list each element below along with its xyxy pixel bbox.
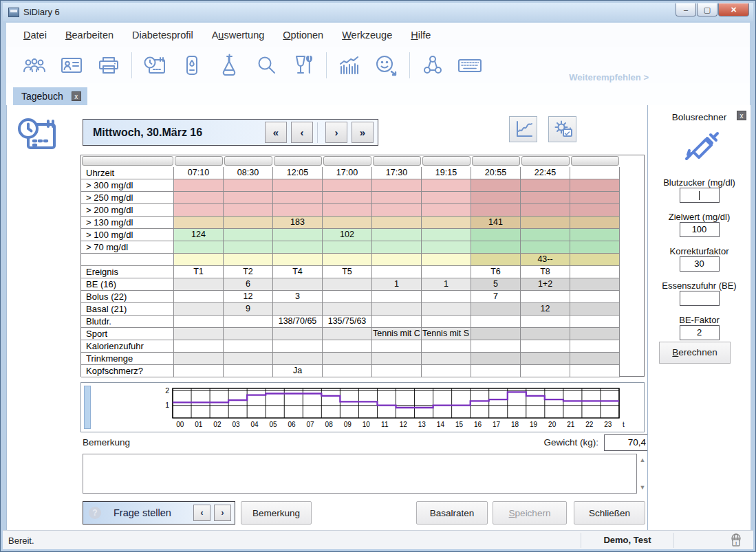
patient-data-icon[interactable] <box>53 52 90 79</box>
table-cell[interactable] <box>570 353 620 365</box>
menu-item-datei[interactable]: Datei <box>23 30 47 41</box>
table-cell[interactable]: 12 <box>224 291 273 303</box>
menu-item-diabetesprofil[interactable]: Diabetesprofil <box>132 30 193 41</box>
table-cell[interactable] <box>174 217 224 229</box>
ask-next-button[interactable]: › <box>214 505 231 521</box>
table-cell[interactable] <box>570 316 620 328</box>
table-cell[interactable] <box>224 353 273 365</box>
table-cell[interactable] <box>570 204 620 217</box>
table-cell[interactable] <box>372 229 422 241</box>
speichern-button[interactable]: Speichern <box>493 501 567 525</box>
table-cell[interactable] <box>471 192 521 204</box>
table-cell[interactable] <box>521 328 570 340</box>
weight-input[interactable]: 70,4 <box>604 434 650 451</box>
search-icon[interactable] <box>248 52 285 79</box>
menu-item-hilfe[interactable]: Hilfe <box>411 30 431 41</box>
scroll-up-icon[interactable]: ▲ <box>638 456 647 464</box>
table-cell[interactable] <box>570 254 620 266</box>
table-cell[interactable] <box>570 340 620 353</box>
table-cell[interactable] <box>323 278 372 291</box>
bolus-field-input[interactable] <box>680 188 720 203</box>
bolus-field-input[interactable] <box>680 291 720 306</box>
share-icon[interactable] <box>414 52 451 79</box>
table-cell[interactable] <box>224 179 273 192</box>
table-cell[interactable] <box>224 340 273 353</box>
table-cell[interactable] <box>471 204 521 217</box>
ask-prev-button[interactable]: ‹ <box>193 505 210 521</box>
table-cell[interactable] <box>273 340 323 353</box>
wellbeing-icon[interactable] <box>368 52 405 79</box>
table-cell[interactable]: 6 <box>224 278 273 291</box>
table-cell[interactable] <box>521 229 570 241</box>
table-cell[interactable] <box>224 316 273 328</box>
bolus-field-input[interactable]: 2 <box>680 325 720 340</box>
table-cell[interactable] <box>471 353 521 365</box>
table-cell[interactable]: 141 <box>471 217 521 229</box>
tab-close-icon[interactable]: x <box>72 91 81 101</box>
menu-item-werkzeuge[interactable]: Werkzeuge <box>342 30 392 41</box>
maximize-button[interactable]: ▢ <box>697 3 717 16</box>
nav-next-button[interactable]: › <box>325 122 347 143</box>
table-cell[interactable] <box>273 241 323 254</box>
table-cell[interactable] <box>372 316 422 328</box>
table-cell[interactable]: 20:55 <box>471 167 521 179</box>
table-cell[interactable]: 7 <box>471 291 521 303</box>
table-cell[interactable] <box>174 353 224 365</box>
table-cell[interactable] <box>174 291 224 303</box>
table-cell[interactable] <box>372 353 422 365</box>
keyboard-icon[interactable] <box>451 52 488 79</box>
table-cell[interactable]: T8 <box>521 266 570 278</box>
table-cell[interactable] <box>323 217 372 229</box>
table-cell[interactable] <box>323 353 372 365</box>
column-header-button[interactable] <box>373 156 421 166</box>
nav-first-button[interactable]: « <box>265 122 287 143</box>
table-cell[interactable] <box>224 204 273 217</box>
table-cell[interactable]: Ja <box>273 365 323 377</box>
berechnen-button[interactable]: Berechnen <box>659 342 731 364</box>
column-header-button[interactable] <box>521 156 570 166</box>
lab-icon[interactable] <box>210 52 248 79</box>
table-cell[interactable] <box>372 254 422 266</box>
table-cell[interactable]: T1 <box>174 266 224 278</box>
basalraten-button[interactable]: Basalraten <box>416 501 488 525</box>
table-cell[interactable] <box>273 204 323 217</box>
trend-chart-button[interactable] <box>509 116 537 142</box>
table-cell[interactable] <box>174 340 224 353</box>
table-cell[interactable] <box>471 303 521 316</box>
table-cell[interactable] <box>372 204 422 217</box>
table-cell[interactable] <box>521 353 570 365</box>
nav-last-button[interactable]: » <box>352 122 374 143</box>
title-bar[interactable]: SiDiary 6 – ▢ ✕ <box>3 3 753 21</box>
note-textarea[interactable] <box>83 454 637 494</box>
device-icon[interactable] <box>173 52 210 79</box>
table-cell[interactable] <box>372 303 422 316</box>
table-cell[interactable] <box>323 365 372 377</box>
column-header-button[interactable] <box>82 156 173 166</box>
table-cell[interactable]: 22:45 <box>521 167 570 179</box>
table-cell[interactable] <box>570 278 620 291</box>
column-header-button[interactable] <box>323 156 371 166</box>
table-cell[interactable] <box>372 179 422 192</box>
menu-item-optionen[interactable]: Optionen <box>283 30 323 41</box>
table-cell[interactable] <box>174 204 224 217</box>
menu-item-auswertung[interactable]: Auswertung <box>212 30 265 41</box>
table-cell[interactable] <box>422 266 471 278</box>
table-cell[interactable] <box>570 266 620 278</box>
ask-question-widget[interactable]: ? Frage stellen ‹ › <box>83 501 235 525</box>
table-cell[interactable] <box>570 291 620 303</box>
table-cell[interactable] <box>273 179 323 192</box>
tab-tagebuch[interactable]: Tagebuch x <box>13 87 87 105</box>
table-cell[interactable]: 5 <box>471 278 521 291</box>
table-cell[interactable] <box>273 278 323 291</box>
table-cell[interactable] <box>422 353 471 365</box>
table-cell[interactable] <box>273 229 323 241</box>
table-cell[interactable]: 1 <box>422 278 471 291</box>
minimize-button[interactable]: – <box>676 3 696 16</box>
table-cell[interactable]: 124 <box>174 229 224 241</box>
table-cell[interactable] <box>323 254 372 266</box>
column-header-button[interactable] <box>175 156 223 166</box>
table-cell[interactable] <box>422 204 471 217</box>
table-cell[interactable]: 183 <box>273 217 323 229</box>
table-cell[interactable] <box>471 229 521 241</box>
table-cell[interactable] <box>323 179 372 192</box>
